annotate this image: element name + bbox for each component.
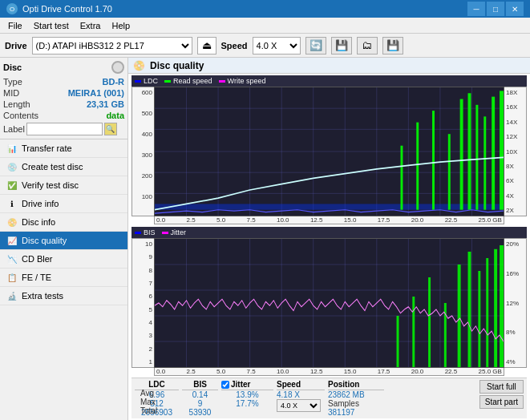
legend-ldc: LDC	[135, 77, 158, 85]
chart2-y-10: 10	[145, 240, 152, 248]
close-button[interactable]: ✕	[506, 2, 524, 16]
svg-rect-40	[397, 316, 399, 367]
sidebar-label-drive-info: Drive info	[22, 199, 59, 208]
menu-file[interactable]: File	[3, 19, 27, 32]
svg-rect-46	[478, 271, 480, 367]
toolbar-btn-3[interactable]: 🗂	[357, 37, 378, 55]
svg-rect-42	[428, 277, 431, 367]
chart2-yr-4: 4%	[506, 358, 516, 365]
chart1-y-200: 200	[142, 172, 152, 180]
drive-label: Drive	[5, 41, 27, 50]
sidebar-label-cd-bler: CD Bler	[22, 254, 53, 264]
stats-avg-label: Avg	[140, 389, 157, 398]
disc-contents-label: Contents	[3, 111, 38, 120]
maximize-button[interactable]: □	[487, 2, 504, 16]
legend-jitter-label: Jitter	[171, 228, 187, 236]
chart2-x-0: 0.0	[156, 368, 165, 375]
chart2-y-9: 9	[149, 253, 152, 260]
sidebar-item-verify-test-disc[interactable]: ✅ Verify test disc	[0, 176, 127, 195]
chart1-y-100: 100	[142, 193, 152, 200]
sidebar-label-disc-info: Disc info	[22, 217, 55, 227]
drive-info-icon: ℹ	[6, 198, 18, 209]
chart2-x-100: 10.0	[277, 368, 289, 375]
chart2-yr-8: 8%	[506, 329, 516, 336]
disc-info-icon: 📀	[6, 216, 18, 228]
chart1-y-600: 600	[142, 89, 152, 96]
sidebar-item-fe-te[interactable]: 📋 FE / TE	[0, 269, 127, 287]
chart2-x-225: 22.5	[445, 368, 458, 375]
sidebar-item-drive-info[interactable]: ℹ Drive info	[0, 195, 127, 213]
disc-type-label: Type	[3, 77, 22, 87]
stats-jitter-max: 17.7%	[221, 399, 273, 408]
sidebar-item-create-test-disc[interactable]: 💿 Create test disc	[0, 158, 127, 176]
chart1-svg	[155, 87, 504, 216]
dq-header-icon: 📀	[133, 60, 145, 71]
chart1-x-125: 12.5	[310, 216, 323, 224]
chart2-y-3: 3	[149, 332, 152, 339]
dq-title: Disc quality	[150, 60, 204, 71]
content-area: 📀 Disc quality LDC Read speed	[128, 58, 530, 420]
speed-label: Speed	[221, 41, 248, 50]
jitter-checkbox[interactable]	[221, 381, 229, 389]
transfer-rate-icon: 📊	[6, 143, 18, 154]
start-full-button[interactable]: Start full	[479, 380, 524, 394]
menu-start-test[interactable]: Start test	[29, 19, 74, 32]
disc-mid-value: MEIRA1 (001)	[68, 88, 124, 98]
start-part-button[interactable]: Start part	[479, 395, 524, 409]
disc-type-value: BD-R	[103, 77, 125, 87]
menu-help[interactable]: Help	[107, 19, 135, 32]
stats-bis-header: BIS	[182, 380, 218, 390]
svg-rect-19	[448, 134, 451, 210]
menu-extra[interactable]: Extra	[75, 19, 106, 32]
drive-select[interactable]: (D:) ATAPI iHBS312 2 PL17	[32, 37, 192, 55]
chart1-y-300: 300	[142, 151, 152, 159]
disc-label-label: Label	[3, 124, 25, 134]
sidebar-item-extra-tests[interactable]: 🔬 Extra tests	[0, 287, 127, 305]
svg-rect-44	[458, 265, 461, 367]
chart1-yr-2: 2X	[506, 207, 514, 214]
legend-write-label: Write speed	[228, 77, 266, 85]
svg-rect-16	[400, 146, 403, 210]
chart1-x-175: 17.5	[378, 216, 390, 224]
svg-rect-23	[483, 116, 486, 209]
sidebar-item-disc-quality[interactable]: 📈 Disc quality	[0, 232, 127, 250]
sidebar-label-extra-tests: Extra tests	[22, 291, 63, 301]
chart2-svg	[155, 239, 504, 367]
toolbar-btn-1[interactable]: 🔄	[305, 37, 326, 55]
chart1-yr-18: 18X	[506, 89, 517, 96]
stats-speed-select[interactable]: 4.0 X	[277, 399, 321, 412]
chart1-x-150: 15.0	[344, 216, 357, 224]
chart2-y-6: 6	[149, 293, 152, 300]
chart1-yr-10: 10X	[506, 148, 517, 155]
chart1-yr-6: 6X	[506, 177, 514, 184]
eject-button[interactable]: ⏏	[197, 37, 216, 55]
chart1-x-250: 25.0 GB	[479, 216, 502, 224]
create-test-icon: 💿	[6, 161, 18, 172]
minimize-button[interactable]: ─	[467, 2, 485, 16]
stats-max-label: Max	[140, 398, 157, 406]
chart1-x-25: 2.5	[186, 216, 195, 224]
legend-bis-label: BIS	[144, 228, 156, 236]
svg-rect-24	[492, 97, 495, 210]
chart1-yr-16: 16X	[506, 103, 517, 111]
speed-select[interactable]: 4.0 X	[253, 37, 301, 55]
disc-label-input[interactable]	[26, 123, 103, 135]
title-bar: O Opti Drive Control 1.70 ─ □ ✕	[0, 0, 530, 18]
chart1-yr-14: 14X	[506, 119, 517, 126]
chart2-x-50: 5.0	[216, 368, 225, 375]
chart2-x-125: 12.5	[310, 368, 323, 375]
toolbar-btn-2[interactable]: 💾	[331, 37, 352, 55]
svg-rect-47	[486, 258, 488, 367]
disc-contents-value: data	[106, 111, 124, 120]
sidebar-label-transfer-rate: Transfer rate	[22, 143, 72, 153]
svg-rect-17	[416, 123, 419, 210]
extra-tests-icon: 🔬	[6, 290, 18, 301]
toolbar-btn-save[interactable]: 💾	[382, 37, 403, 55]
sidebar-item-cd-bler[interactable]: 📉 CD Bler	[0, 250, 127, 269]
stats-jitter-avg: 13.9%	[221, 390, 273, 399]
sidebar-item-transfer-rate[interactable]: 📊 Transfer rate	[0, 139, 127, 158]
sidebar-item-disc-info[interactable]: 📀 Disc info	[0, 213, 127, 232]
chart2-x-75: 7.5	[246, 368, 255, 375]
chart2-y-8: 8	[149, 267, 152, 274]
disc-label-btn[interactable]: 🔍	[104, 123, 117, 135]
